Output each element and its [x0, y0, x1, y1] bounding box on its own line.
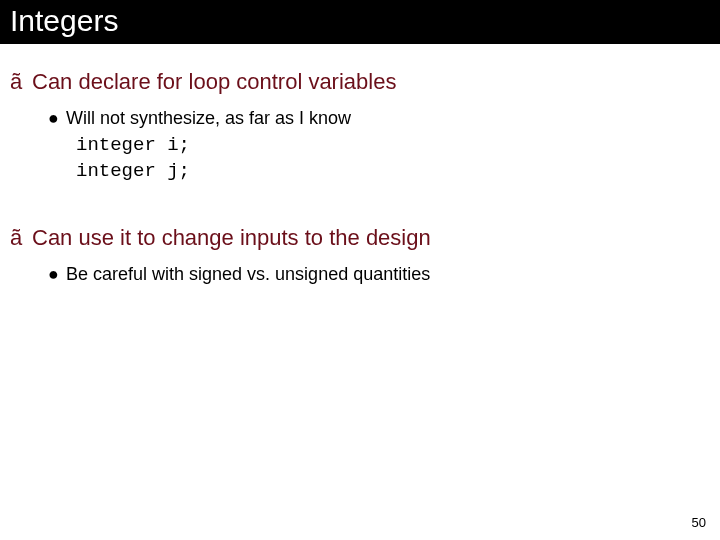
- bullet-level2: ● Will not synthesize, as far as I know: [48, 106, 710, 130]
- slide-title: Integers: [0, 0, 720, 44]
- spacer: [10, 184, 710, 210]
- page-number: 50: [692, 515, 706, 530]
- bullet-text: Can declare for loop control variables: [32, 68, 396, 96]
- bullet-level1: ã Can declare for loop control variables: [10, 68, 710, 96]
- bullet-level1: ã Can use it to change inputs to the des…: [10, 224, 710, 252]
- bullet-marker: ●: [48, 106, 66, 130]
- bullet-level2: ● Be careful with signed vs. unsigned qu…: [48, 262, 710, 286]
- slide-content: ã Can declare for loop control variables…: [0, 44, 720, 286]
- bullet-marker: ●: [48, 262, 66, 286]
- bullet-marker: ã: [10, 68, 32, 96]
- code-block: integer i; integer j;: [76, 132, 710, 184]
- bullet-marker: ã: [10, 224, 32, 252]
- bullet-text: Can use it to change inputs to the desig…: [32, 224, 431, 252]
- bullet-text: Will not synthesize, as far as I know: [66, 106, 351, 130]
- bullet-text: Be careful with signed vs. unsigned quan…: [66, 262, 430, 286]
